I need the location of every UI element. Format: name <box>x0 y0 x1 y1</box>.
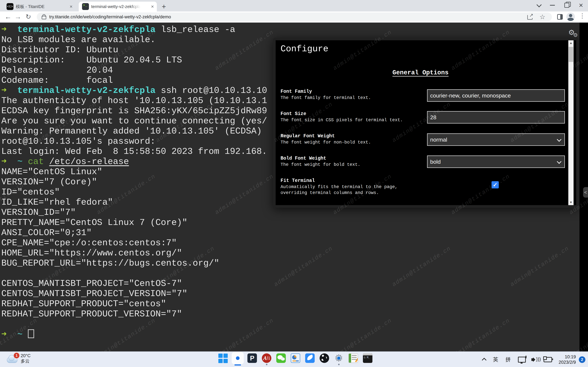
terminal-line: The authenticity of host '10.10.13.105 (… <box>1 96 267 106</box>
terminal-line: Codename: focal <box>1 75 113 85</box>
url-text[interactable]: try.titanide.cn/ide/web/coding/terminal-… <box>49 14 171 19</box>
font-family-input[interactable] <box>427 89 565 102</box>
wetty-settings-gear-icon[interactable]: ⚙⚙ <box>568 28 578 38</box>
terminal-line: PRETTY_NAME="CentOS Linux 7 (Core)" <box>1 217 187 228</box>
terminal-line: ➜ ~ cat /etc/os-release <box>1 157 129 167</box>
font-size-input[interactable] <box>427 111 565 124</box>
window-controls: × <box>537 0 588 10</box>
terminal-line: ID="centos" <box>1 187 60 197</box>
volume-icon[interactable]: ))) <box>531 357 539 363</box>
terminal-line: root@10.10.13.105's password: <box>1 136 156 146</box>
bookmark-star-icon[interactable]: ☆ <box>539 13 545 21</box>
terminal-line: CENTOS_MANTISBT_PROJECT="CentOS-7" <box>1 279 182 289</box>
watermark-text: admin@titanide.cn <box>273 245 334 288</box>
weather-widget[interactable]: 1 20°C 多云 <box>6 353 31 364</box>
field-label: Regular Font Weight <box>281 133 335 139</box>
watermark-text: admin@titanide.cn <box>450 317 511 351</box>
share-icon[interactable] <box>527 15 533 20</box>
side-panel-icon[interactable] <box>557 14 563 20</box>
taskbar-app-settings-icon[interactable]: ⚙ <box>334 353 344 363</box>
tab-title: 模板 - TitanIDE <box>16 4 65 9</box>
watermark-text: admin@titanide.cn <box>509 245 570 288</box>
watermark-text: admin@titanide.cn <box>214 317 275 351</box>
watermark-text: admin@titanide.cn <box>96 317 157 351</box>
ime-pinyin-indicator[interactable]: 拼 <box>505 356 511 363</box>
taskbar-app-wechat-icon[interactable] <box>276 353 286 363</box>
hidden-icons-chevron-icon[interactable] <box>482 358 486 362</box>
close-window-button[interactable]: × <box>579 2 583 9</box>
taskbar-app-notepad-icon[interactable] <box>348 353 358 363</box>
scrollbar-thumb[interactable] <box>569 47 573 62</box>
date: 2023/2/9 <box>559 360 576 365</box>
taskbar-apps: PA\\⚙C:\_ <box>218 353 372 363</box>
dialog-title: Configure <box>281 44 329 54</box>
weather-condition: 多云 <box>21 359 31 364</box>
terminal-line: ECDSA key fingerprint is SHA256:yKX/65ci… <box>1 106 267 116</box>
taskbar-app-red-a-icon[interactable]: A\\ <box>262 353 271 363</box>
taskbar-app-chart-icon[interactable] <box>291 353 300 363</box>
terminal-line: NAME="CentOS Linux" <box>1 167 102 177</box>
regular-font-weight-select[interactable]: normal <box>427 133 565 146</box>
field-desc: The font weight for bold text. <box>281 162 360 167</box>
terminal-line: HOME_URL="https://www.centos.org/" <box>1 248 182 258</box>
browser-tab-strip: <t> 模板 - TitanIDE × >_ terminal-wetty-v2… <box>0 0 588 11</box>
tab-close-icon[interactable]: × <box>151 4 154 9</box>
taskbar-app-chrome-icon[interactable] <box>233 353 242 363</box>
bold-font-weight-select[interactable]: bold <box>427 156 565 168</box>
address-bar[interactable]: try.titanide.cn/ide/web/coding/terminal-… <box>37 12 552 21</box>
terminal-line: Distributor ID: Ubuntu <box>1 45 118 55</box>
network-icon[interactable] <box>518 357 526 363</box>
cloud-icon: 1 <box>6 353 18 363</box>
taskbar-app-dingtalk-icon[interactable] <box>305 353 315 363</box>
tab-search-chevron-icon[interactable] <box>537 2 542 7</box>
terminal-cursor <box>28 329 34 338</box>
tab-close-icon[interactable]: × <box>69 4 72 9</box>
watermark-text: admin@titanide.cn <box>96 173 157 216</box>
minimize-button[interactable] <box>550 5 555 6</box>
fit-terminal-checkbox[interactable]: ✓ <box>492 181 499 188</box>
battery-icon[interactable] <box>544 357 552 362</box>
page-right-strip <box>579 22 588 351</box>
back-button[interactable]: ← <box>5 13 11 21</box>
terminal-line: ➜ terminal-wetty-v2-zekfcpla lsb_release… <box>1 25 235 35</box>
tab-titanide-template[interactable]: <t> 模板 - TitanIDE × <box>7 2 76 11</box>
profile-avatar[interactable] <box>566 12 575 21</box>
field-desc: Automatically fits the terminal to the p… <box>281 184 398 189</box>
ime-language-indicator[interactable]: 英 <box>493 356 498 363</box>
new-tab-button[interactable]: + <box>162 3 166 10</box>
terminal-favicon-icon: >_ <box>82 3 89 10</box>
collapse-panel-handle[interactable]: < <box>583 187 588 198</box>
taskbar-app-start-icon[interactable] <box>218 353 228 363</box>
terminal-line: ➜ ~ <box>1 329 34 340</box>
restore-button[interactable] <box>564 3 569 8</box>
weather-alert-badge: 1 <box>13 352 20 359</box>
notification-badge[interactable]: 2 <box>579 356 585 363</box>
tab-title: terminal-wetty-v2-zekfcpla - T <box>91 4 140 9</box>
terminal-line: BUG_REPORT_URL="https://bugs.centos.org/… <box>1 258 219 268</box>
terminal-line: No LSB modules are available. <box>1 35 156 45</box>
forward-button[interactable]: → <box>14 13 21 21</box>
terminal-page[interactable]: ➜ terminal-wetty-v2-zekfcpla lsb_release… <box>0 22 588 351</box>
terminal-line: ➜ terminal-wetty-v2-zekfcpla ssh root@10… <box>1 85 267 96</box>
terminal-line: CPE_NAME="cpe:/o:centos:centos:7" <box>1 238 177 248</box>
field-desc: The font weight for non-bold text. <box>281 140 371 145</box>
terminal-line: Release: 20.04 <box>1 65 113 75</box>
reload-button[interactable]: ↻ <box>26 13 31 21</box>
terminal-line: REDHAT_SUPPORT_PRODUCT="centos" <box>1 299 166 309</box>
system-tray: 英 拼 ))) 10:19 2023/2/9 2 <box>483 352 588 367</box>
dialog-scrollbar[interactable] <box>568 40 574 205</box>
watermark-text: admin@titanide.cn <box>214 173 275 216</box>
configure-dialog: Configure General Options Font Family Th… <box>273 38 579 208</box>
watermark-text: admin@titanide.cn <box>332 317 393 351</box>
watermark-text: admin@titanide.cn <box>214 29 275 72</box>
taskbar-app-obs-icon[interactable] <box>320 353 329 363</box>
lock-icon[interactable] <box>42 16 46 19</box>
temperature: 20°C <box>21 353 31 359</box>
field-desc: The font size in CSS pixels for terminal… <box>281 118 403 123</box>
field-label: Bold Font Weight <box>281 156 326 161</box>
browser-menu-icon[interactable]: ⋮ <box>579 12 585 19</box>
taskbar-app-cmd-icon[interactable]: C:\_ <box>363 353 372 363</box>
taskbar-app-p-app-icon[interactable]: P <box>247 353 257 363</box>
clock[interactable]: 10:19 2023/2/9 <box>559 354 576 365</box>
tab-terminal-wetty[interactable]: >_ terminal-wetty-v2-zekfcpla - T × <box>79 2 157 11</box>
